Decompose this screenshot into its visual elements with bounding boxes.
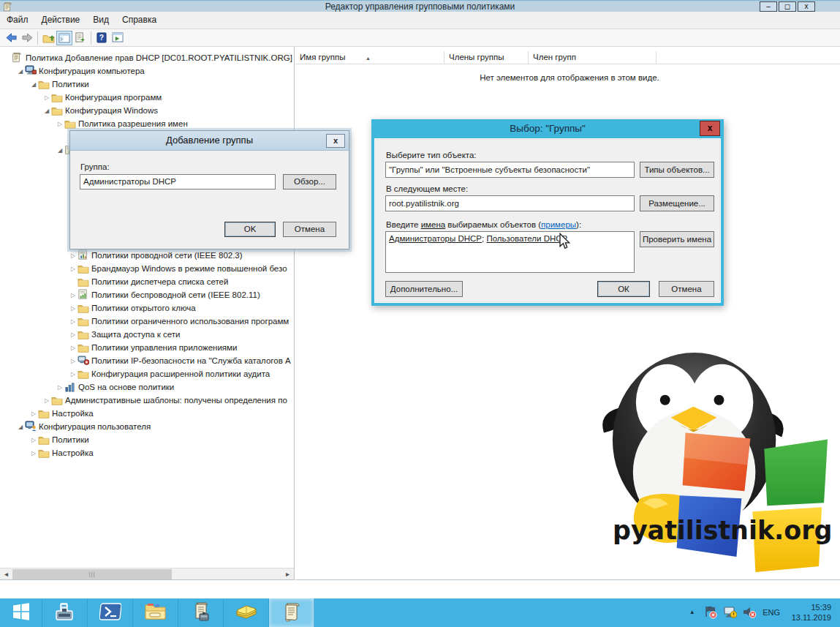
tree-item[interactable]: ▷Настройка bbox=[0, 446, 295, 459]
collapse-arrow-icon[interactable]: ▷ bbox=[69, 289, 77, 302]
tree-item[interactable]: ▷Политика разрешения имен bbox=[0, 117, 295, 130]
action-center-flag-icon[interactable] bbox=[703, 605, 717, 622]
wired-policy-icon bbox=[77, 249, 90, 261]
tree-item[interactable]: ▷Защита доступа к сети bbox=[0, 328, 295, 341]
add-group-ok-button[interactable]: OK bbox=[224, 222, 276, 237]
expand-arrow-icon[interactable]: ◢ bbox=[16, 421, 25, 434]
examples-link[interactable]: примеры bbox=[541, 220, 576, 229]
collapse-arrow-icon[interactable]: ▷ bbox=[69, 315, 77, 328]
collapse-arrow-icon[interactable]: ▷ bbox=[69, 302, 77, 315]
expand-arrow-icon[interactable]: ◢ bbox=[42, 105, 51, 118]
tree-item[interactable]: ▷Политики проводной сети (IEEE 802.3) bbox=[0, 249, 295, 262]
browse-button[interactable]: Обзор... bbox=[283, 174, 336, 189]
tree-item[interactable]: ▷Политики ограниченного использования пр… bbox=[0, 315, 295, 328]
show-console-tree-icon[interactable] bbox=[56, 31, 72, 45]
help-icon[interactable]: ? bbox=[94, 31, 110, 45]
collapse-arrow-icon[interactable]: ▷ bbox=[29, 434, 38, 447]
close-button[interactable]: x bbox=[798, 1, 815, 12]
tree-item[interactable]: ◢Конфигурация пользователя bbox=[0, 420, 295, 433]
object-type-label: Выберите тип объекта: bbox=[386, 151, 477, 159]
mouse-cursor bbox=[557, 233, 572, 253]
scroll-left-arrow-icon[interactable]: ◂ bbox=[0, 568, 12, 580]
gpo-root-icon bbox=[12, 52, 24, 64]
tree-item[interactable]: ◢Политики bbox=[0, 78, 295, 91]
tree-item[interactable]: Политики диспетчера списка сетей bbox=[0, 275, 295, 288]
select-groups-close-button[interactable]: x bbox=[700, 121, 720, 136]
object-names-input[interactable]: Администраторы DHCP; Пользователи DHCP bbox=[385, 231, 635, 273]
back-icon[interactable] bbox=[3, 31, 19, 45]
collapse-arrow-icon[interactable]: ▷ bbox=[69, 342, 77, 355]
collapse-arrow-icon[interactable]: ▷ bbox=[29, 447, 38, 460]
new-window-icon[interactable] bbox=[110, 31, 126, 45]
collapse-arrow-icon[interactable]: ▷ bbox=[69, 263, 77, 276]
taskbar-app-server-manager[interactable] bbox=[42, 598, 88, 627]
maximize-button[interactable]: ◻ bbox=[779, 1, 796, 12]
folder-icon bbox=[38, 79, 50, 91]
collapse-arrow-icon[interactable]: ▷ bbox=[69, 355, 77, 368]
collapse-arrow-icon[interactable]: ▷ bbox=[69, 328, 77, 342]
taskbar-clock[interactable]: 15:39 13.11.2019 bbox=[792, 602, 831, 623]
taskbar-app-powershell[interactable] bbox=[88, 598, 133, 627]
add-group-cancel-button[interactable]: Отмена bbox=[283, 222, 336, 237]
scrollbar-thumb[interactable]: ||| bbox=[12, 569, 172, 579]
expand-arrow-icon[interactable]: ◢ bbox=[29, 78, 38, 91]
expand-arrow-icon[interactable]: ◢ bbox=[16, 65, 25, 78]
tree-item[interactable]: ▷QoS на основе политики bbox=[0, 380, 295, 394]
group-input[interactable]: Администраторы DHCP bbox=[80, 174, 276, 189]
scroll-right-arrow-icon[interactable]: ▸ bbox=[281, 568, 294, 580]
taskbar-app-gpmc-console[interactable] bbox=[178, 598, 224, 627]
taskbar-app-gpedit-scroll[interactable] bbox=[269, 598, 314, 627]
collapse-arrow-icon[interactable]: ▷ bbox=[69, 368, 77, 381]
menu-help[interactable]: Справка bbox=[116, 12, 163, 25]
collapse-arrow-icon[interactable]: ▷ bbox=[29, 408, 38, 421]
language-indicator[interactable]: ENG bbox=[763, 608, 780, 617]
tree-item[interactable]: ▷Политики bbox=[0, 433, 295, 446]
tree-item[interactable]: ▷Административные шаблоны: получены опре… bbox=[0, 394, 295, 407]
add-group-close-button[interactable]: x bbox=[326, 134, 345, 148]
select-groups-cancel-button[interactable]: Отмена bbox=[659, 281, 714, 297]
tree-item[interactable]: ▷Политики открытого ключа bbox=[0, 301, 295, 315]
export-list-icon[interactable] bbox=[72, 31, 88, 45]
select-groups-ok-button[interactable]: ОК bbox=[597, 281, 650, 297]
advanced-button[interactable]: Дополнительно... bbox=[385, 281, 463, 297]
collapse-arrow-icon[interactable]: ▷ bbox=[69, 249, 77, 263]
object-types-button[interactable]: Типы объектов... bbox=[640, 162, 714, 178]
tree-item[interactable]: Политика Добавление прав DHCP [DC01.ROOT… bbox=[0, 51, 295, 64]
taskbar-app-yellow-book[interactable] bbox=[224, 598, 269, 627]
tree-item[interactable]: ▷Политики беспроводной сети (IEEE 802.11… bbox=[0, 288, 295, 301]
collapse-arrow-icon[interactable]: ▷ bbox=[56, 118, 64, 131]
check-names-button[interactable]: Проверить имена bbox=[640, 231, 714, 247]
tree-item[interactable]: ◢Конфигурация компьютера bbox=[0, 64, 295, 78]
horizontal-scrollbar[interactable]: ◂ ||| ▸ bbox=[0, 568, 294, 580]
volume-muted-icon[interactable] bbox=[742, 605, 757, 622]
column-header[interactable]: Члены группы bbox=[444, 51, 529, 64]
object-type-input: "Группы" или "Встроенные субъекты безопа… bbox=[385, 162, 635, 178]
collapse-arrow-icon[interactable]: ▷ bbox=[56, 381, 64, 394]
menu-view[interactable]: Вид bbox=[86, 12, 116, 25]
column-header[interactable]: Член групп bbox=[529, 51, 657, 64]
collapse-arrow-icon[interactable]: ▷ bbox=[42, 91, 51, 105]
tree-item[interactable]: ▷Брандмауэр Windows в режиме повышенной … bbox=[0, 262, 295, 275]
tree-item[interactable]: ▷Политики IP-безопасности на "Служба кат… bbox=[0, 354, 295, 367]
minimize-button[interactable]: – bbox=[760, 1, 777, 12]
expand-arrow-icon[interactable]: ◢ bbox=[56, 144, 64, 157]
tree-item[interactable]: ▷Конфигурация расширенной политики аудит… bbox=[0, 367, 295, 380]
tree-item[interactable]: ▷Конфигурация программ bbox=[0, 91, 295, 104]
tree-item[interactable]: ▷Настройка bbox=[0, 407, 295, 420]
collapse-arrow-icon[interactable]: ▷ bbox=[42, 394, 51, 408]
yellow-book-icon bbox=[235, 609, 258, 622]
menu-file[interactable]: Файл bbox=[0, 12, 35, 25]
column-header[interactable]: Имя группы▲ bbox=[295, 51, 444, 64]
location-button[interactable]: Размещение... bbox=[640, 195, 714, 211]
tray-expand-arrow-icon[interactable]: ▴ bbox=[690, 608, 694, 615]
start-button[interactable] bbox=[0, 598, 42, 627]
tree-item[interactable]: ▷Политики управления приложениями bbox=[0, 341, 295, 354]
folder-icon bbox=[38, 408, 50, 420]
network-status-icon[interactable] bbox=[723, 605, 738, 622]
taskbar-app-file-explorer[interactable] bbox=[133, 598, 178, 627]
tree-item[interactable]: ◢Конфигурация Windows bbox=[0, 104, 295, 117]
up-one-level-icon[interactable] bbox=[40, 31, 56, 45]
forward-icon[interactable] bbox=[19, 31, 35, 45]
enter-names-label: Введите имена выбираемых объектов (приме… bbox=[386, 220, 581, 229]
menu-action[interactable]: Действие bbox=[35, 12, 87, 25]
